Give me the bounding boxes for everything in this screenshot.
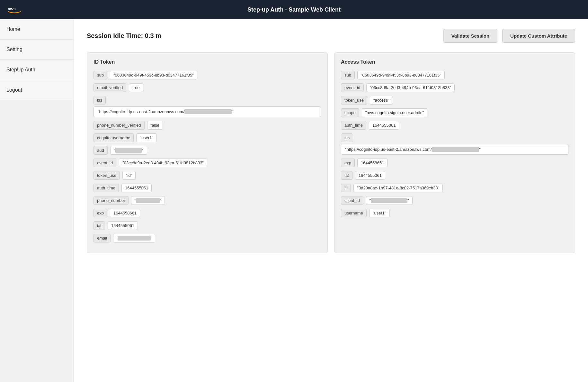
field-value: "aws.cognito.signin.user.admin" xyxy=(362,108,428,117)
field-key: email_verified xyxy=(94,83,126,92)
table-row: scope "aws.cognito.signin.user.admin" xyxy=(341,108,568,117)
sidebar-item-logout[interactable]: Logout xyxy=(0,80,74,100)
field-value: "access" xyxy=(370,96,393,105)
id-token-panel: ID Token sub "0603649d-949f-453c-8b93-d0… xyxy=(87,52,328,253)
id-token-title: ID Token xyxy=(94,59,321,65)
field-key: auth_time xyxy=(94,184,119,192)
field-key: scope xyxy=(341,108,359,117)
table-row: aud " " xyxy=(94,146,321,155)
field-key: username xyxy=(341,209,367,217)
table-row: jti "3d20a8ac-1b97-481e-8c02-7517a369cb3… xyxy=(341,184,568,192)
session-idle-time: Session Idle Time: 0.3 m xyxy=(87,32,161,40)
field-value: "3d20a8ac-1b97-481e-8c02-7517a369cb38" xyxy=(353,184,443,192)
field-key: phone_number xyxy=(94,196,129,205)
field-value: " " xyxy=(110,146,147,155)
field-value: "id" xyxy=(122,171,136,180)
access-token-title: Access Token xyxy=(341,59,568,65)
table-row: iss "https://cognito-idp.us-east-2.amazo… xyxy=(341,133,568,155)
action-buttons: Validate Session Update Custom Attribute xyxy=(443,29,575,43)
table-row: token_use "id" xyxy=(94,171,321,180)
header: aws Step-up Auth - Sample Web Client xyxy=(0,0,588,19)
aws-logo: aws xyxy=(6,5,22,14)
field-key: iat xyxy=(341,171,352,180)
update-custom-attribute-button[interactable]: Update Custom Attribute xyxy=(502,29,575,43)
field-value: false xyxy=(147,121,163,130)
table-row: iat 1644555061 xyxy=(94,221,321,230)
validate-session-button[interactable]: Validate Session xyxy=(443,29,497,43)
field-key: aud xyxy=(94,146,108,155)
field-key: sub xyxy=(341,71,355,79)
table-row: email_verified true xyxy=(94,83,321,92)
field-key: client_id xyxy=(341,196,363,205)
field-key: event_id xyxy=(94,159,116,167)
field-value: "https://cognito-idp.us-east-2.amazonaws… xyxy=(94,106,321,117)
field-key: email xyxy=(94,234,111,242)
field-key: iss xyxy=(341,133,353,142)
main-content: Session Idle Time: 0.3 m Validate Sessio… xyxy=(74,19,588,382)
field-key: phone_number_verified xyxy=(94,121,145,130)
field-value: "0603649d-949f-453c-8b93-d03477161f35" xyxy=(110,71,197,79)
table-row: event_id "03cc8d9a-2ed3-494b-93ea-61fd08… xyxy=(94,159,321,167)
table-row: sub "0603649d-949f-453c-8b93-d03477161f3… xyxy=(341,71,568,79)
field-key: token_use xyxy=(94,171,120,180)
table-row: token_use "access" xyxy=(341,96,568,105)
field-value: ' ' xyxy=(113,234,155,242)
field-key: sub xyxy=(94,71,107,79)
table-row: phone_number " " xyxy=(94,196,321,205)
field-value: 1644555061 xyxy=(369,121,399,130)
field-key: jti xyxy=(341,184,351,192)
field-key: exp xyxy=(94,209,107,217)
page-title: Step-up Auth - Sample Web Client xyxy=(247,6,341,13)
field-value: true xyxy=(129,83,143,92)
field-value: " " xyxy=(366,196,413,205)
field-value: 1644555061 xyxy=(108,221,138,230)
field-key: token_use xyxy=(341,96,367,105)
sidebar-item-stepup-auth[interactable]: StepUp Auth xyxy=(0,60,74,80)
field-value: 1644558661 xyxy=(110,209,140,217)
field-key: iat xyxy=(94,221,105,230)
field-value: 1644558661 xyxy=(357,159,388,167)
field-value: "03cc8d9a-2ed3-494b-93ea-61fd0812b833" xyxy=(366,83,455,92)
table-row: email ' ' xyxy=(94,234,321,242)
table-row: phone_number_verified false xyxy=(94,121,321,130)
table-row: username "user1" xyxy=(341,209,568,217)
field-value: "https://cognito-idp.us-east-2.amazonaws… xyxy=(341,144,568,155)
sidebar-item-home[interactable]: Home xyxy=(0,19,74,40)
table-row: cognito:username "user1" xyxy=(94,133,321,142)
field-value: "0603649d-949f-453c-8b93-d03477161f35" xyxy=(357,71,445,79)
field-key: event_id xyxy=(341,83,364,92)
table-row: exp 1644558661 xyxy=(94,209,321,217)
field-key: exp xyxy=(341,159,355,167)
svg-text:aws: aws xyxy=(8,6,16,11)
field-key: iss xyxy=(94,96,106,105)
table-row: iss "https://cognito-idp.us-east-2.amazo… xyxy=(94,96,321,117)
tokens-container: ID Token sub "0603649d-949f-453c-8b93-d0… xyxy=(87,52,575,253)
field-key: auth_time xyxy=(341,121,366,130)
field-value: 1644555061 xyxy=(355,171,385,180)
field-value: 1644555061 xyxy=(121,184,152,192)
table-row: event_id "03cc8d9a-2ed3-494b-93ea-61fd08… xyxy=(341,83,568,92)
field-key: cognito:username xyxy=(94,133,134,142)
access-token-panel: Access Token sub "0603649d-949f-453c-8b9… xyxy=(334,52,575,253)
field-value: "user1" xyxy=(136,133,157,142)
top-bar: Session Idle Time: 0.3 m Validate Sessio… xyxy=(87,29,575,43)
table-row: auth_time 1644555061 xyxy=(341,121,568,130)
table-row: client_id " " xyxy=(341,196,568,205)
table-row: auth_time 1644555061 xyxy=(94,184,321,192)
field-value: "03cc8d9a-2ed3-494b-93ea-61fd0812b833" xyxy=(119,159,207,167)
sidebar-item-setting[interactable]: Setting xyxy=(0,40,74,60)
table-row: iat 1644555061 xyxy=(341,171,568,180)
sidebar: Home Setting StepUp Auth Logout xyxy=(0,19,74,382)
table-row: sub "0603649d-949f-453c-8b93-d03477161f3… xyxy=(94,71,321,79)
field-value: " " xyxy=(131,196,165,205)
field-value: "user1" xyxy=(369,209,390,217)
table-row: exp 1644558661 xyxy=(341,159,568,167)
